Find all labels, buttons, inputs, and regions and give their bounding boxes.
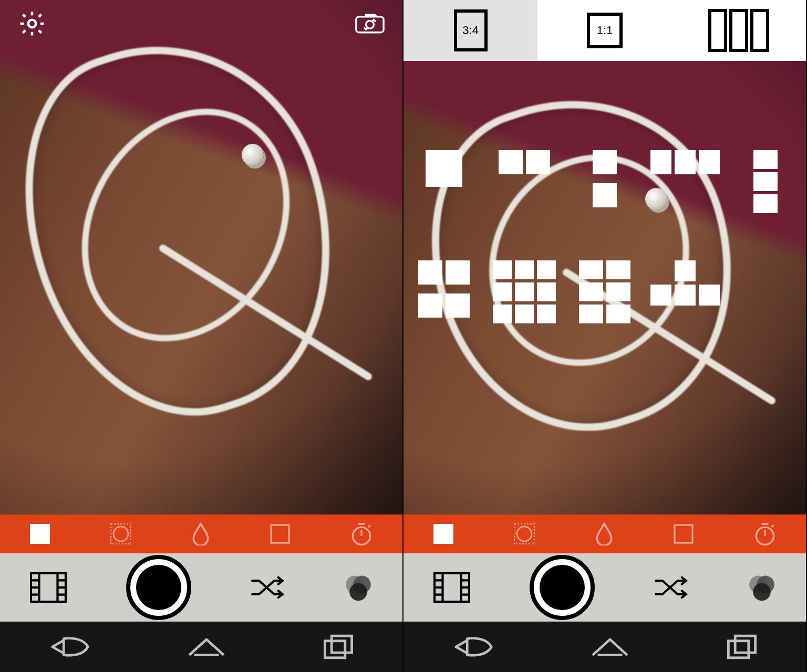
shuffle-icon[interactable] bbox=[654, 575, 688, 600]
viewfinder[interactable] bbox=[404, 61, 806, 514]
frame-tool[interactable] bbox=[270, 524, 290, 544]
shuffle-icon[interactable] bbox=[251, 575, 284, 600]
layout-nine-grid[interactable] bbox=[493, 260, 556, 323]
aspect-3-4[interactable]: 3:4 bbox=[404, 0, 537, 61]
svg-point-23 bbox=[517, 527, 532, 541]
svg-rect-21 bbox=[433, 524, 453, 544]
mode-toolbar bbox=[0, 514, 402, 553]
gallery-icon[interactable] bbox=[30, 572, 67, 603]
svg-point-4 bbox=[113, 527, 128, 541]
aspect-strips[interactable] bbox=[672, 0, 806, 61]
svg-rect-5 bbox=[271, 525, 289, 543]
switch-camera-icon[interactable] bbox=[355, 13, 385, 35]
layout-two-vert[interactable] bbox=[593, 150, 617, 213]
svg-point-0 bbox=[28, 20, 36, 27]
svg-point-25 bbox=[756, 527, 773, 544]
svg-rect-39 bbox=[735, 636, 755, 653]
layout-tool[interactable] bbox=[433, 524, 453, 544]
layout-single[interactable] bbox=[426, 150, 462, 213]
blur-tool[interactable] bbox=[192, 522, 210, 545]
layout-four-grid[interactable] bbox=[418, 260, 470, 323]
svg-point-37 bbox=[753, 583, 771, 601]
svg-point-18 bbox=[349, 583, 367, 601]
shutter-button[interactable] bbox=[530, 555, 595, 620]
svg-rect-20 bbox=[332, 636, 351, 653]
recent-icon[interactable] bbox=[323, 634, 354, 659]
recent-icon[interactable] bbox=[727, 634, 757, 659]
gallery-icon[interactable] bbox=[433, 572, 470, 603]
control-bar bbox=[404, 553, 806, 622]
blur-tool[interactable] bbox=[595, 522, 613, 545]
svg-rect-1 bbox=[356, 17, 384, 33]
shutter-button[interactable] bbox=[126, 555, 191, 620]
layout-three-horiz[interactable] bbox=[650, 150, 720, 213]
aspect-ratio-bar: 3:4 1:1 bbox=[404, 0, 806, 61]
gear-icon[interactable] bbox=[18, 9, 46, 38]
top-controls bbox=[0, 0, 402, 47]
frame-tool[interactable] bbox=[674, 524, 694, 544]
mode-toolbar bbox=[404, 514, 806, 553]
timer-tool[interactable] bbox=[754, 522, 776, 546]
timer-tool[interactable] bbox=[350, 522, 373, 546]
layout-t-shape[interactable] bbox=[650, 260, 720, 323]
svg-rect-19 bbox=[325, 641, 345, 658]
vignette-tool[interactable] bbox=[514, 523, 535, 544]
back-icon[interactable] bbox=[49, 636, 90, 657]
svg-rect-24 bbox=[675, 525, 692, 543]
home-icon[interactable] bbox=[188, 637, 225, 657]
back-icon[interactable] bbox=[452, 636, 493, 657]
svg-rect-2 bbox=[30, 524, 50, 544]
layout-tool[interactable] bbox=[30, 524, 50, 544]
svg-point-6 bbox=[353, 527, 370, 544]
screen-camera bbox=[0, 0, 404, 672]
aspect-1-1[interactable]: 1:1 bbox=[537, 0, 671, 61]
screen-layout-picker: 3:4 1:1 bbox=[404, 0, 807, 672]
vignette-tool[interactable] bbox=[110, 523, 131, 544]
layout-three-vert[interactable] bbox=[753, 150, 778, 213]
android-navbar bbox=[404, 622, 806, 672]
filters-icon[interactable] bbox=[747, 573, 777, 602]
android-navbar bbox=[0, 622, 402, 672]
viewfinder[interactable] bbox=[0, 0, 402, 514]
layout-six-vert[interactable] bbox=[579, 260, 630, 323]
svg-rect-38 bbox=[728, 641, 748, 658]
layout-two-horiz[interactable] bbox=[499, 150, 550, 213]
home-icon[interactable] bbox=[591, 637, 629, 657]
filters-icon[interactable] bbox=[344, 573, 373, 602]
control-bar bbox=[0, 553, 402, 622]
